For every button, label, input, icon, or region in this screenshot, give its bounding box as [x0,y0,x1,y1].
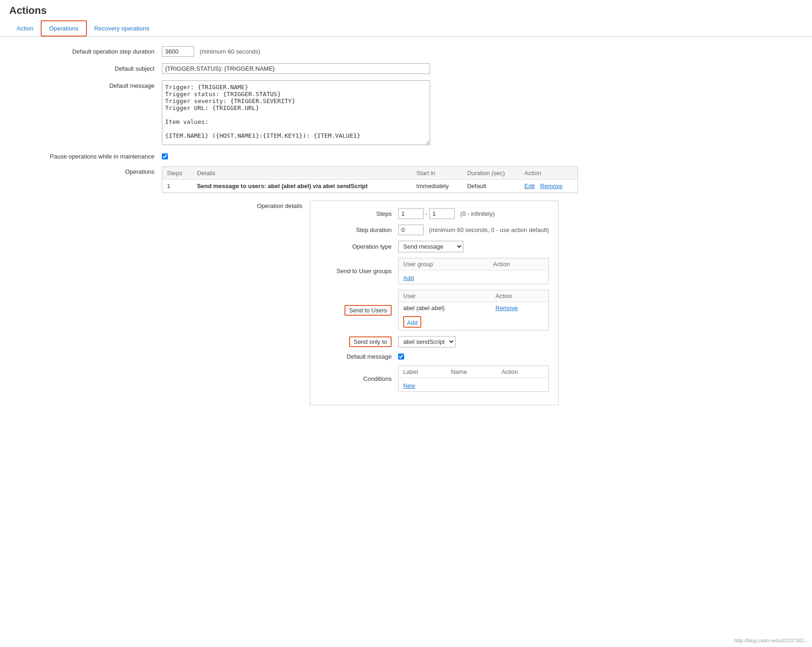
default-subject-row: Default subject [14,63,798,74]
default-subject-input[interactable] [162,63,430,74]
user-row: abel (abel abel) Remove [399,302,548,314]
default-message-checkbox-row: Default message [320,353,549,360]
send-only-to-highlighted: Send only to [349,336,392,347]
row-step: 1 [162,180,192,193]
cond-col-label: Label [399,366,446,378]
u-col-user: User [399,290,491,302]
default-message-checkbox[interactable] [398,354,404,360]
conditions-label: Conditions [320,375,398,382]
users-add-row: Add [399,314,548,330]
steps-row: Steps - (0 - infinitely) [320,208,549,219]
pause-operations-row: Pause operations while in maintenance [14,153,798,160]
operations-section: Operations Steps Details Start in Durati… [14,166,798,412]
conditions-row: Conditions Label Name Action [320,366,549,392]
conditions-table: Label Name Action [399,366,548,391]
default-message-label: Default message [14,80,162,89]
send-only-to-select[interactable]: abel sendScript All [398,336,455,348]
conditions-section: Label Name Action [398,366,549,392]
send-to-users-label: Send to Users [320,305,398,316]
row-duration: Default [462,180,520,193]
conditions-new-row: New [399,378,548,392]
user-groups-table-container: User group Action Add [398,258,549,284]
page-title: Actions [9,5,803,17]
step-duration-input[interactable] [398,225,424,235]
row-actions: Edit Remove [520,180,578,193]
col-action: Action [520,167,578,180]
step-duration-hint: (minimum 60 seconds, 0 - use action defa… [429,226,549,233]
step-duration-row: Step duration (minimum 60 seconds, 0 - u… [320,225,549,235]
operations-table: Steps Details Start in Duration (sec) Ac… [162,167,578,193]
user-name: abel (abel abel) [399,302,491,314]
send-to-users-row: Send to Users User Action [320,290,549,330]
tab-operations[interactable]: Operations [41,20,87,37]
operation-details-box: Steps - (0 - infinitely) Step duration [310,201,559,405]
users-table: User Action abel (abel abel) [399,290,548,330]
remove-link[interactable]: Remove [540,183,562,189]
page-header: Actions Action Operations Recovery opera… [0,0,812,37]
default-step-duration-row: Default operation step duration (minimum… [14,46,798,57]
steps-label: Steps [320,210,398,217]
pause-operations-label: Pause operations while in maintenance [14,153,162,160]
operation-type-label: Operation type [320,243,398,250]
watermark: http://blog.csdn.net/u01237381... [734,638,808,643]
tab-action[interactable]: Action [9,20,41,37]
ug-add-cell: Add [399,270,548,284]
row-details: Send message to users: abel (abel abel) … [192,180,412,193]
send-to-users-section: User Action abel (abel abel) [398,290,549,330]
u-col-action: Action [491,290,549,302]
pause-operations-checkbox[interactable] [162,153,168,159]
ug-add-row: Add [399,270,548,284]
row-start-in: Immediately [412,180,462,193]
step-duration-value: (minimum 60 seconds, 0 - use action defa… [398,225,549,235]
users-add-cell: Add [399,314,548,330]
operations-label: Operations [14,166,162,175]
operation-details-label: Operation details [162,201,310,209]
cond-col-name: Name [446,366,497,378]
default-subject-value [162,63,798,74]
default-step-duration-value: (minimum 60 seconds) [162,46,798,57]
users-add-link[interactable]: Add [407,319,418,326]
conditions-new-cell: New [399,378,548,392]
operations-table-container: Steps Details Start in Duration (sec) Ac… [162,166,578,193]
default-message-value: Trigger: {TRIGGER.NAME} Trigger status: … [162,80,798,146]
user-groups-table: User group Action Add [399,258,548,284]
send-only-to-label: Send only to [320,336,398,347]
default-subject-label: Default subject [14,63,162,72]
conditions-new-link[interactable]: New [403,382,415,389]
step-duration-label: Step duration [320,226,398,233]
user-remove-link[interactable]: Remove [496,305,518,311]
ug-col-group: User group [399,258,489,270]
table-row: 1 Send message to users: abel (abel abel… [162,180,578,193]
row-details-text: Send message to users: abel (abel abel) … [197,183,368,189]
steps-hint: (0 - infinitely) [460,210,494,217]
send-only-to-row: Send only to abel sendScript All [320,336,549,348]
tabs-container: Action Operations Recovery operations [9,20,803,37]
col-start-in: Start in [412,167,462,180]
default-step-duration-input[interactable] [162,46,194,57]
col-duration: Duration (sec) [462,167,520,180]
default-step-duration-label: Default operation step duration [14,46,162,55]
user-action: Remove [491,302,549,314]
send-only-to-section: abel sendScript All [398,336,455,348]
ug-col-action: Action [489,258,549,270]
send-to-user-groups-section: User group Action Add [398,258,549,284]
steps-inputs: - (0 - infinitely) [398,208,495,219]
tab-recovery-operations[interactable]: Recovery operations [87,20,157,37]
col-steps: Steps [162,167,192,180]
conditions-table-container: Label Name Action [398,366,549,392]
steps-to-input[interactable] [429,208,455,219]
default-message-textarea[interactable]: Trigger: {TRIGGER.NAME} Trigger status: … [162,80,430,145]
user-groups-add-link[interactable]: Add [403,275,414,281]
operation-type-select[interactable]: Send message Remote command [398,241,463,252]
default-step-duration-hint: (minimum 60 seconds) [200,48,261,55]
col-details: Details [192,167,412,180]
send-to-user-groups-label: Send to User groups [320,268,398,275]
default-message-checkbox-label: Default message [320,353,398,360]
operation-details-section: Operation details Steps - (0 - infinitel… [162,201,578,405]
steps-from-input[interactable] [398,208,424,219]
send-to-user-groups-row: Send to User groups User group Action [320,258,549,284]
cond-col-action: Action [497,366,548,378]
edit-link[interactable]: Edit [524,183,535,189]
main-content: Default operation step duration (minimum… [0,37,812,421]
send-to-users-highlighted: Send to Users [344,305,392,316]
